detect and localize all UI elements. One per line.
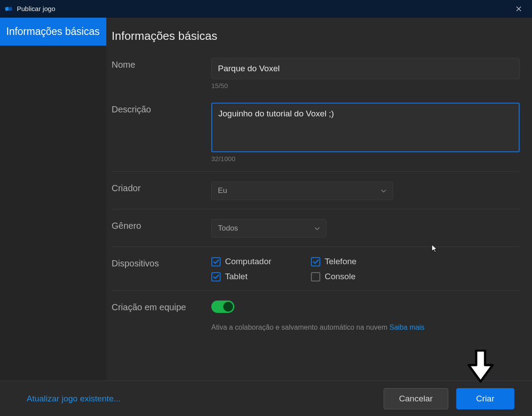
page-title: Informações básicas [112,29,520,43]
row-team-create: Criação em equipe Ativa a colaboração e … [112,290,520,358]
team-create-description: Ativa a colaboração e salvamento automát… [211,324,388,331]
device-checkbox-phone[interactable]: Telefone [311,257,411,266]
learn-more-link[interactable]: Saiba mais [389,324,424,331]
label-creator: Criador [112,181,211,200]
cancel-button[interactable]: Cancelar [384,388,448,409]
checkbox-icon [211,272,221,281]
svg-rect-1 [8,7,12,11]
team-create-toggle[interactable] [211,300,234,313]
device-checkbox-tablet[interactable]: Tablet [211,272,311,281]
checkbox-icon [211,257,221,266]
close-button[interactable] [510,0,528,18]
app-icon [4,4,13,13]
row-genre: Gênero Todos [112,209,520,247]
name-counter: 15/50 [211,82,520,89]
device-checkbox-console[interactable]: Console [311,272,411,281]
label-devices: Dispositivos [112,257,211,281]
content-panel: Informações básicas Nome 15/50 Descrição… [106,18,532,381]
sidebar: Informações básicas [0,18,106,381]
device-label: Telefone [325,257,357,266]
device-label: Tablet [225,272,248,281]
device-label: Console [325,272,356,281]
update-existing-link[interactable]: Atualizar jogo existente... [27,394,120,404]
label-genre: Gênero [112,219,211,238]
checkbox-icon [311,272,320,281]
row-devices: Dispositivos Computador [112,247,520,290]
footer: Atualizar jogo existente... Cancelar Cri… [0,381,532,416]
label-team-create: Criação em equipe [112,300,211,331]
chevron-down-icon [315,225,320,232]
device-label: Computador [225,257,272,266]
creator-selected-value: Eu [218,186,227,195]
sidebar-tab-basic-info[interactable]: Informações básicas [0,18,106,46]
genre-select[interactable]: Todos [211,219,326,238]
row-name: Nome 15/50 [112,54,520,98]
close-icon [516,6,521,12]
label-name: Nome [112,58,211,89]
toggle-knob [223,302,233,312]
create-button[interactable]: Criar [456,388,514,409]
label-description: Descrição [112,103,211,162]
device-checkbox-computer[interactable]: Computador [211,257,311,266]
description-input[interactable] [211,103,520,152]
titlebar: Publicar jogo [0,0,532,18]
row-description: Descrição 32/1000 [112,98,520,171]
description-counter: 32/1000 [211,155,520,162]
checkbox-icon [311,257,320,266]
genre-selected-value: Todos [218,224,238,233]
row-creator: Criador Eu [112,171,520,209]
creator-select[interactable]: Eu [211,181,393,200]
name-input[interactable] [211,58,520,79]
window-title: Publicar jogo [17,5,510,12]
chevron-down-icon [381,188,386,194]
